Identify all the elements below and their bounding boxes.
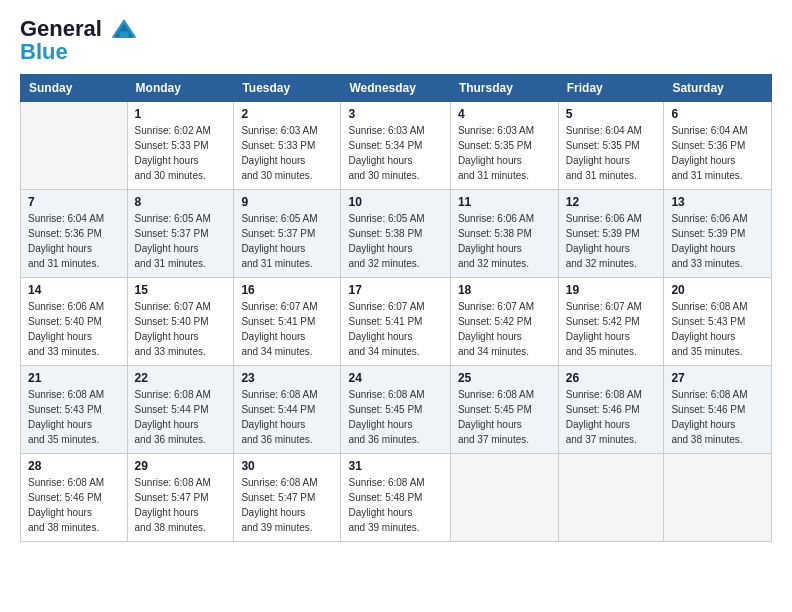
- calendar-cell: 30Sunrise: 6:08 AMSunset: 5:47 PMDayligh…: [234, 454, 341, 542]
- day-info: Sunrise: 6:03 AMSunset: 5:34 PMDaylight …: [348, 123, 442, 183]
- weekday-header-row: SundayMondayTuesdayWednesdayThursdayFrid…: [21, 75, 772, 102]
- day-number: 27: [671, 371, 764, 385]
- day-number: 3: [348, 107, 442, 121]
- calendar-cell: 28Sunrise: 6:08 AMSunset: 5:46 PMDayligh…: [21, 454, 128, 542]
- day-number: 1: [135, 107, 227, 121]
- day-info: Sunrise: 6:06 AMSunset: 5:38 PMDaylight …: [458, 211, 551, 271]
- calendar-cell: 16Sunrise: 6:07 AMSunset: 5:41 PMDayligh…: [234, 278, 341, 366]
- day-number: 29: [135, 459, 227, 473]
- weekday-thursday: Thursday: [450, 75, 558, 102]
- day-number: 28: [28, 459, 120, 473]
- calendar-cell: 1Sunrise: 6:02 AMSunset: 5:33 PMDaylight…: [127, 102, 234, 190]
- calendar-cell: [450, 454, 558, 542]
- weekday-friday: Friday: [558, 75, 664, 102]
- calendar-cell: 10Sunrise: 6:05 AMSunset: 5:38 PMDayligh…: [341, 190, 450, 278]
- calendar-cell: [558, 454, 664, 542]
- day-info: Sunrise: 6:06 AMSunset: 5:40 PMDaylight …: [28, 299, 120, 359]
- day-info: Sunrise: 6:08 AMSunset: 5:44 PMDaylight …: [135, 387, 227, 447]
- calendar-cell: 29Sunrise: 6:08 AMSunset: 5:47 PMDayligh…: [127, 454, 234, 542]
- week-row-0: 1Sunrise: 6:02 AMSunset: 5:33 PMDaylight…: [21, 102, 772, 190]
- calendar-cell: 18Sunrise: 6:07 AMSunset: 5:42 PMDayligh…: [450, 278, 558, 366]
- day-number: 23: [241, 371, 333, 385]
- logo-general: General: [20, 16, 102, 41]
- week-row-2: 14Sunrise: 6:06 AMSunset: 5:40 PMDayligh…: [21, 278, 772, 366]
- calendar-cell: 7Sunrise: 6:04 AMSunset: 5:36 PMDaylight…: [21, 190, 128, 278]
- weekday-sunday: Sunday: [21, 75, 128, 102]
- day-number: 26: [566, 371, 657, 385]
- calendar-cell: 9Sunrise: 6:05 AMSunset: 5:37 PMDaylight…: [234, 190, 341, 278]
- day-number: 25: [458, 371, 551, 385]
- day-info: Sunrise: 6:08 AMSunset: 5:46 PMDaylight …: [566, 387, 657, 447]
- day-info: Sunrise: 6:06 AMSunset: 5:39 PMDaylight …: [671, 211, 764, 271]
- day-info: Sunrise: 6:04 AMSunset: 5:35 PMDaylight …: [566, 123, 657, 183]
- calendar-cell: 15Sunrise: 6:07 AMSunset: 5:40 PMDayligh…: [127, 278, 234, 366]
- day-number: 8: [135, 195, 227, 209]
- day-number: 11: [458, 195, 551, 209]
- calendar-cell: 21Sunrise: 6:08 AMSunset: 5:43 PMDayligh…: [21, 366, 128, 454]
- day-info: Sunrise: 6:07 AMSunset: 5:41 PMDaylight …: [241, 299, 333, 359]
- day-number: 10: [348, 195, 442, 209]
- day-info: Sunrise: 6:08 AMSunset: 5:47 PMDaylight …: [135, 475, 227, 535]
- weekday-wednesday: Wednesday: [341, 75, 450, 102]
- day-info: Sunrise: 6:08 AMSunset: 5:48 PMDaylight …: [348, 475, 442, 535]
- day-number: 30: [241, 459, 333, 473]
- day-info: Sunrise: 6:02 AMSunset: 5:33 PMDaylight …: [135, 123, 227, 183]
- calendar-cell: 19Sunrise: 6:07 AMSunset: 5:42 PMDayligh…: [558, 278, 664, 366]
- day-info: Sunrise: 6:07 AMSunset: 5:42 PMDaylight …: [458, 299, 551, 359]
- calendar-cell: 20Sunrise: 6:08 AMSunset: 5:43 PMDayligh…: [664, 278, 772, 366]
- week-row-1: 7Sunrise: 6:04 AMSunset: 5:36 PMDaylight…: [21, 190, 772, 278]
- calendar-cell: 27Sunrise: 6:08 AMSunset: 5:46 PMDayligh…: [664, 366, 772, 454]
- day-info: Sunrise: 6:07 AMSunset: 5:42 PMDaylight …: [566, 299, 657, 359]
- day-info: Sunrise: 6:06 AMSunset: 5:39 PMDaylight …: [566, 211, 657, 271]
- day-info: Sunrise: 6:08 AMSunset: 5:44 PMDaylight …: [241, 387, 333, 447]
- week-row-4: 28Sunrise: 6:08 AMSunset: 5:46 PMDayligh…: [21, 454, 772, 542]
- calendar-cell: 26Sunrise: 6:08 AMSunset: 5:46 PMDayligh…: [558, 366, 664, 454]
- day-number: 18: [458, 283, 551, 297]
- calendar-cell: 12Sunrise: 6:06 AMSunset: 5:39 PMDayligh…: [558, 190, 664, 278]
- day-number: 9: [241, 195, 333, 209]
- calendar-cell: 14Sunrise: 6:06 AMSunset: 5:40 PMDayligh…: [21, 278, 128, 366]
- calendar-cell: 22Sunrise: 6:08 AMSunset: 5:44 PMDayligh…: [127, 366, 234, 454]
- day-info: Sunrise: 6:07 AMSunset: 5:41 PMDaylight …: [348, 299, 442, 359]
- calendar-cell: 11Sunrise: 6:06 AMSunset: 5:38 PMDayligh…: [450, 190, 558, 278]
- day-info: Sunrise: 6:07 AMSunset: 5:40 PMDaylight …: [135, 299, 227, 359]
- day-number: 19: [566, 283, 657, 297]
- day-number: 4: [458, 107, 551, 121]
- weekday-saturday: Saturday: [664, 75, 772, 102]
- calendar-cell: 2Sunrise: 6:03 AMSunset: 5:33 PMDaylight…: [234, 102, 341, 190]
- day-number: 2: [241, 107, 333, 121]
- day-number: 31: [348, 459, 442, 473]
- day-info: Sunrise: 6:05 AMSunset: 5:37 PMDaylight …: [241, 211, 333, 271]
- page: General Blue SundayMondayTuesdayWednesda: [0, 0, 792, 552]
- calendar-cell: 3Sunrise: 6:03 AMSunset: 5:34 PMDaylight…: [341, 102, 450, 190]
- day-info: Sunrise: 6:08 AMSunset: 5:43 PMDaylight …: [28, 387, 120, 447]
- calendar-cell: 25Sunrise: 6:08 AMSunset: 5:45 PMDayligh…: [450, 366, 558, 454]
- day-number: 14: [28, 283, 120, 297]
- calendar-cell: 4Sunrise: 6:03 AMSunset: 5:35 PMDaylight…: [450, 102, 558, 190]
- day-number: 20: [671, 283, 764, 297]
- weekday-tuesday: Tuesday: [234, 75, 341, 102]
- day-info: Sunrise: 6:08 AMSunset: 5:45 PMDaylight …: [458, 387, 551, 447]
- day-number: 12: [566, 195, 657, 209]
- calendar-cell: 8Sunrise: 6:05 AMSunset: 5:37 PMDaylight…: [127, 190, 234, 278]
- header: General Blue: [20, 16, 772, 64]
- day-info: Sunrise: 6:03 AMSunset: 5:35 PMDaylight …: [458, 123, 551, 183]
- day-number: 16: [241, 283, 333, 297]
- svg-rect-2: [119, 32, 128, 38]
- calendar-cell: 6Sunrise: 6:04 AMSunset: 5:36 PMDaylight…: [664, 102, 772, 190]
- logo-icon: [110, 16, 138, 44]
- calendar-cell: [21, 102, 128, 190]
- calendar-cell: 31Sunrise: 6:08 AMSunset: 5:48 PMDayligh…: [341, 454, 450, 542]
- day-info: Sunrise: 6:05 AMSunset: 5:37 PMDaylight …: [135, 211, 227, 271]
- day-number: 6: [671, 107, 764, 121]
- day-number: 13: [671, 195, 764, 209]
- calendar-cell: 17Sunrise: 6:07 AMSunset: 5:41 PMDayligh…: [341, 278, 450, 366]
- calendar-table: SundayMondayTuesdayWednesdayThursdayFrid…: [20, 74, 772, 542]
- day-info: Sunrise: 6:05 AMSunset: 5:38 PMDaylight …: [348, 211, 442, 271]
- day-number: 17: [348, 283, 442, 297]
- logo: General Blue: [20, 16, 138, 64]
- day-info: Sunrise: 6:03 AMSunset: 5:33 PMDaylight …: [241, 123, 333, 183]
- day-info: Sunrise: 6:04 AMSunset: 5:36 PMDaylight …: [671, 123, 764, 183]
- day-info: Sunrise: 6:08 AMSunset: 5:43 PMDaylight …: [671, 299, 764, 359]
- day-info: Sunrise: 6:04 AMSunset: 5:36 PMDaylight …: [28, 211, 120, 271]
